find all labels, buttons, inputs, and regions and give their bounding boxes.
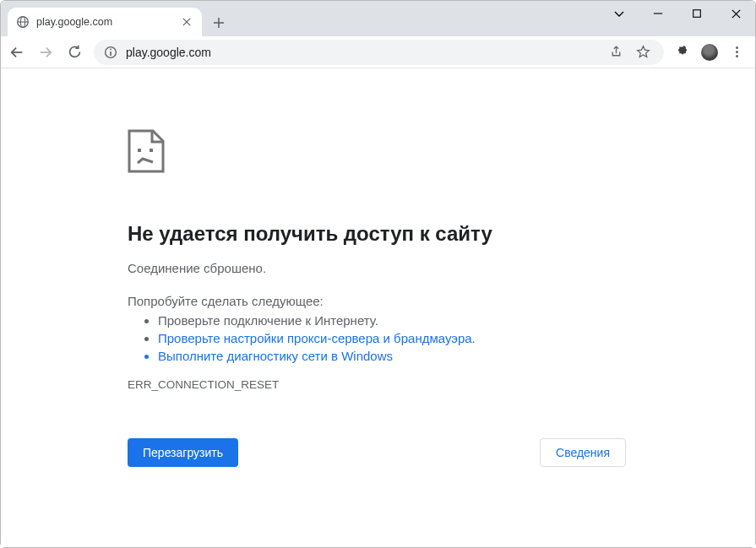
- site-info-icon[interactable]: [102, 44, 119, 61]
- window-controls: [600, 1, 755, 30]
- error-buttons: Перезагрузить Сведения: [128, 438, 626, 467]
- error-try-label: Попробуйте сделать следующее:: [128, 294, 651, 308]
- browser-window: play.google.com: [0, 0, 756, 548]
- tab-search-button[interactable]: [600, 1, 639, 26]
- svg-rect-18: [138, 149, 141, 152]
- minimize-button[interactable]: [639, 1, 677, 26]
- back-button[interactable]: [3, 40, 31, 65]
- profile-button[interactable]: [696, 40, 723, 65]
- bookmark-icon[interactable]: [630, 41, 655, 64]
- address-bar-url: play.google.com: [126, 46, 603, 59]
- svg-rect-8: [693, 10, 701, 18]
- page-content: Не удается получить доступ к сайту Соеди…: [1, 68, 755, 547]
- error-page: Не удается получить доступ к сайту Соеди…: [128, 129, 651, 467]
- suggestion-proxy-firewall: Проверьте настройки прокси-сервера и бра…: [158, 331, 651, 345]
- error-title: Не удается получить доступ к сайту: [128, 222, 651, 246]
- reload-button[interactable]: [60, 40, 89, 65]
- suggestion-proxy-firewall-link[interactable]: Проверьте настройки прокси-сервера и бра…: [158, 331, 472, 345]
- maximize-button[interactable]: [677, 1, 716, 26]
- error-suggestions: Проверьте подключение к Интернету. Прове…: [128, 313, 651, 363]
- reload-page-button[interactable]: Перезагрузить: [128, 438, 238, 467]
- error-code: ERR_CONNECTION_RESET: [128, 378, 651, 391]
- active-tab[interactable]: play.google.com: [8, 8, 202, 36]
- svg-marker-17: [129, 131, 163, 171]
- svg-point-15: [110, 48, 111, 50]
- details-button[interactable]: Сведения: [540, 438, 626, 467]
- svg-rect-19: [150, 149, 153, 152]
- toolbar: play.google.com: [1, 36, 755, 68]
- share-icon[interactable]: [603, 41, 628, 64]
- extensions-button[interactable]: [669, 40, 696, 65]
- svg-marker-16: [637, 46, 649, 57]
- forward-button[interactable]: [31, 40, 60, 65]
- avatar-icon: [701, 44, 718, 61]
- suggestion-check-connection: Проверьте подключение к Интернету.: [158, 313, 651, 328]
- close-tab-button[interactable]: [180, 15, 193, 29]
- new-tab-button[interactable]: [207, 11, 231, 35]
- menu-button[interactable]: [723, 40, 750, 65]
- tab-strip: play.google.com: [1, 1, 755, 36]
- suggestion-windows-diagnostics-link[interactable]: Выполните диагностику сети в Windows: [158, 349, 651, 363]
- close-window-button[interactable]: [716, 1, 755, 26]
- tab-title: play.google.com: [36, 16, 180, 28]
- globe-icon: [16, 15, 30, 29]
- error-message: Соединение сброшено.: [128, 261, 651, 275]
- sad-file-icon: [128, 129, 188, 190]
- address-bar[interactable]: play.google.com: [94, 40, 664, 65]
